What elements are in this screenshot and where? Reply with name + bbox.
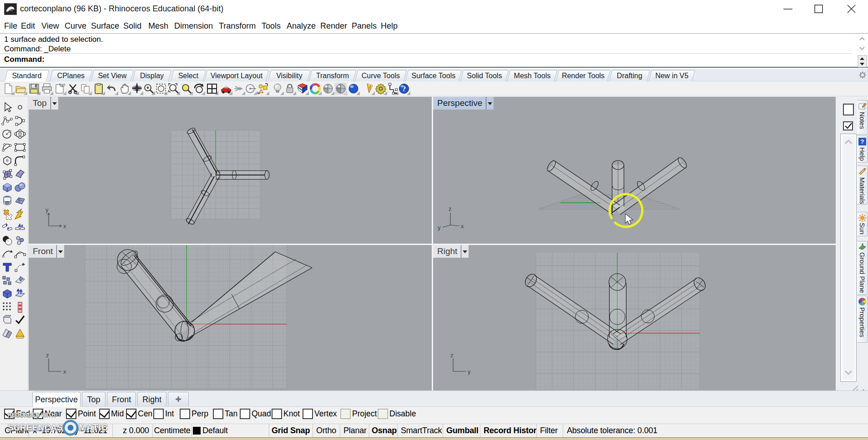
svg-text:z: z xyxy=(449,205,452,212)
svg-text:z: z xyxy=(46,352,49,359)
svg-text:y: y xyxy=(468,368,471,375)
svg-text:z: z xyxy=(450,352,454,359)
svg-text:x: x xyxy=(461,223,464,230)
svg-text:y: y xyxy=(45,206,49,213)
svg-text:x: x xyxy=(63,368,66,375)
svg-text:y: y xyxy=(438,224,441,231)
svg-text:?: ? xyxy=(861,138,864,145)
svg-text:x: x xyxy=(63,223,66,230)
